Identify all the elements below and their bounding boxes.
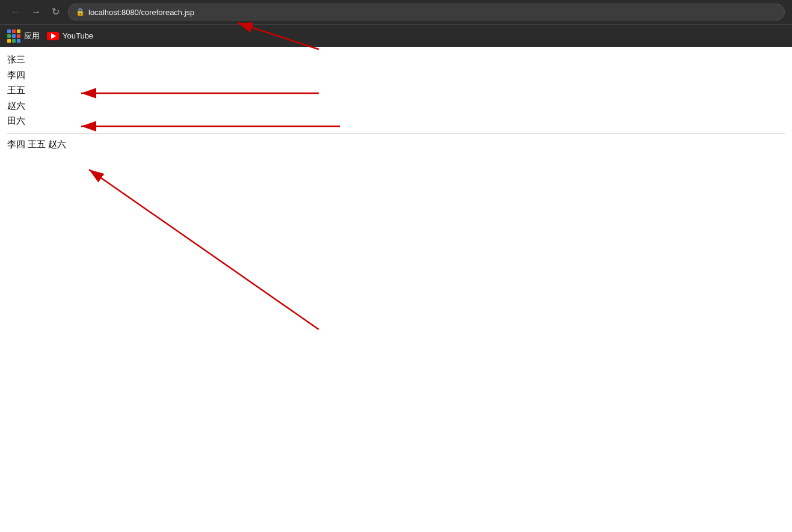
list-item: 张三	[7, 52, 785, 67]
inline-section: 李四 王五 赵六	[7, 139, 785, 150]
youtube-label: YouTube	[63, 31, 93, 40]
nav-buttons: ← → ↻	[7, 5, 63, 19]
youtube-icon	[47, 32, 59, 40]
list-item: 赵六	[7, 98, 785, 114]
apps-grid-icon	[7, 29, 20, 43]
apps-button[interactable]: 应用	[7, 29, 40, 43]
url-text: localhost:8080/coreforeach.jsp	[88, 8, 194, 17]
youtube-play-icon	[51, 33, 56, 39]
apps-label: 应用	[24, 31, 40, 41]
address-bar[interactable]: 🔒 localhost:8080/coreforeach.jsp	[68, 4, 785, 20]
page-content: 张三 李四 王五 赵六 田六 李四 王五 赵六	[0, 47, 792, 532]
section-divider	[7, 133, 785, 134]
back-button[interactable]: ←	[7, 5, 24, 19]
forward-button[interactable]: →	[28, 5, 45, 19]
bookmarks-bar: 应用 YouTube	[0, 24, 792, 47]
browser-toolbar: ← → ↻ 🔒 localhost:8080/coreforeach.jsp	[0, 0, 792, 24]
list-section: 张三 李四 王五 赵六 田六	[7, 52, 785, 129]
reload-button[interactable]: ↻	[48, 5, 63, 19]
youtube-bookmark[interactable]: YouTube	[47, 31, 93, 40]
list-item: 李四	[7, 67, 785, 83]
lock-icon: 🔒	[76, 8, 85, 16]
list-item: 田六	[7, 113, 785, 129]
list-item: 王五	[7, 82, 785, 98]
